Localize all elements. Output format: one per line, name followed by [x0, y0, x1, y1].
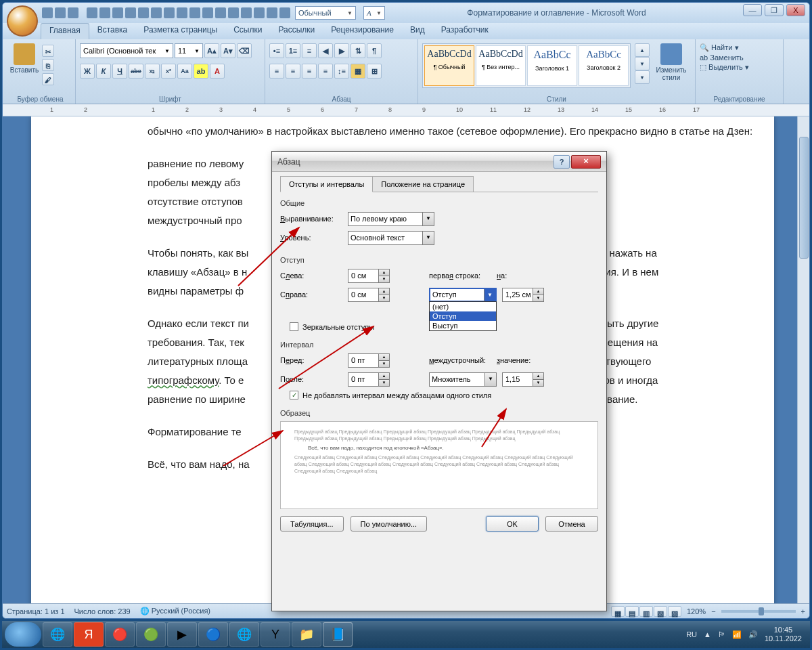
- status-lang[interactable]: 🌐 Русский (Россия): [140, 607, 210, 615]
- styles-more[interactable]: ▾: [635, 70, 650, 84]
- task-ybrowser-icon[interactable]: Y: [261, 622, 290, 647]
- tab-insert[interactable]: Вставка: [89, 23, 136, 39]
- zoom-slider[interactable]: [721, 610, 796, 613]
- task-explorer-icon[interactable]: 📁: [292, 622, 321, 647]
- tab-pagelayout[interactable]: Разметка страницы: [135, 23, 225, 39]
- qat-icon[interactable]: [189, 7, 200, 18]
- qat-icon[interactable]: [112, 7, 123, 18]
- noadd-checkbox[interactable]: ✓: [290, 391, 298, 399]
- level-combo[interactable]: Основной текст▼: [348, 231, 434, 245]
- task-media-icon[interactable]: ▶: [167, 622, 197, 647]
- view-draft-button[interactable]: ▨: [668, 606, 681, 617]
- fontcolor-button[interactable]: A: [210, 64, 225, 79]
- clear-format-button[interactable]: ⌫: [237, 43, 252, 58]
- indent-dec-button[interactable]: ◀: [318, 43, 333, 58]
- align-left-button[interactable]: ≡: [269, 64, 284, 79]
- font-size-combo[interactable]: 11▼: [175, 43, 203, 58]
- view-outline-button[interactable]: ▧: [654, 606, 667, 617]
- qat-icon[interactable]: [215, 7, 226, 18]
- style-heading2[interactable]: AaBbCcЗаголовок 2: [579, 45, 629, 86]
- copy-icon[interactable]: ⎘: [42, 59, 54, 71]
- firstline-combo[interactable]: Отступ▼: [429, 288, 497, 302]
- tabs-button[interactable]: Табуляция...: [280, 516, 344, 532]
- grow-font-button[interactable]: A▴: [204, 43, 219, 58]
- align-combo[interactable]: По левому краю▼: [348, 212, 434, 226]
- vertical-scrollbar[interactable]: [797, 116, 809, 603]
- ok-button[interactable]: OK: [486, 516, 539, 532]
- task-ie2-icon[interactable]: 🌐: [229, 622, 259, 647]
- qat-icon[interactable]: [241, 7, 252, 18]
- showmarks-button[interactable]: ¶: [367, 43, 382, 58]
- cut-icon[interactable]: ✂: [42, 45, 54, 57]
- opt-none[interactable]: (нет): [430, 302, 496, 311]
- bold-button[interactable]: Ж: [80, 64, 95, 79]
- tab-review[interactable]: Рецензирование: [323, 23, 402, 39]
- indent-right-spinner[interactable]: 0 см▲▼: [348, 288, 390, 302]
- minimize-button[interactable]: —: [743, 4, 762, 16]
- task-ie-icon[interactable]: 🌐: [43, 622, 72, 647]
- task-opera-icon[interactable]: 🔴: [105, 622, 135, 647]
- dialog-help-button[interactable]: ?: [554, 155, 570, 169]
- firstline-dropdown[interactable]: (нет) Отступ Выступ: [429, 301, 497, 331]
- scroll-thumb[interactable]: [799, 137, 809, 259]
- align-justify-button[interactable]: ≡: [318, 64, 333, 79]
- dialog-titlebar[interactable]: Абзац ? ×: [272, 152, 606, 172]
- tab-mailings[interactable]: Рассылки: [270, 23, 323, 39]
- strike-button[interactable]: abe: [129, 64, 143, 79]
- indent-inc-button[interactable]: ▶: [334, 43, 349, 58]
- qat-icon[interactable]: [279, 7, 290, 18]
- zoom-value[interactable]: 120%: [687, 607, 706, 615]
- office-button[interactable]: [7, 5, 38, 37]
- qat-icon[interactable]: [254, 7, 265, 18]
- indent-left-spinner[interactable]: 0 см▲▼: [348, 269, 390, 283]
- style-nospacing[interactable]: AaBbCcDd¶ Без интер...: [476, 45, 526, 86]
- multilevel-button[interactable]: ≡: [302, 43, 317, 58]
- task-word-icon[interactable]: 📘: [323, 622, 353, 647]
- opt-first[interactable]: Отступ: [430, 311, 496, 321]
- qat-icon[interactable]: [151, 7, 162, 18]
- qat-icon[interactable]: [99, 7, 110, 18]
- opt-hanging[interactable]: Выступ: [430, 321, 496, 330]
- align-right-button[interactable]: ≡: [302, 64, 317, 79]
- before-spinner[interactable]: 0 пт▲▼: [348, 353, 390, 368]
- styles-down[interactable]: ▼: [635, 57, 650, 70]
- tab-home[interactable]: Главная: [41, 23, 89, 39]
- qat-redo-icon[interactable]: [68, 7, 78, 18]
- task-app2-icon[interactable]: 🔵: [198, 622, 228, 647]
- styles-up[interactable]: ▲: [635, 43, 650, 57]
- tab-indents[interactable]: Отступы и интервалы: [280, 176, 373, 192]
- find-button[interactable]: 🔍 Найти ▾: [700, 43, 739, 52]
- shrink-font-button[interactable]: A▾: [221, 43, 235, 58]
- underline-button[interactable]: Ч: [112, 64, 127, 79]
- qat-icon[interactable]: [202, 7, 213, 18]
- maximize-button[interactable]: ❐: [765, 4, 784, 16]
- close-button[interactable]: X: [786, 4, 805, 16]
- changecase-button[interactable]: Aa: [177, 64, 192, 79]
- horizontal-ruler[interactable]: 12 12 34 56 78 910 1112 1314 1516 17: [3, 104, 809, 116]
- qat-icon[interactable]: [177, 7, 187, 18]
- tab-position[interactable]: Положение на странице: [372, 176, 474, 192]
- zoom-in[interactable]: +: [801, 607, 805, 615]
- cancel-button[interactable]: Отмена: [545, 516, 598, 532]
- tab-developer[interactable]: Разработчик: [433, 23, 497, 39]
- paste-button[interactable]: Вставить: [9, 43, 39, 74]
- tray-flag-icon[interactable]: 🏳: [718, 630, 725, 638]
- styles-gallery[interactable]: AaBbCcDd¶ Обычный AaBbCcDd¶ Без интер...…: [422, 43, 631, 88]
- subscript-button[interactable]: x₂: [145, 64, 160, 79]
- start-button[interactable]: [5, 622, 41, 647]
- format-painter-icon[interactable]: 🖌: [42, 73, 54, 85]
- font-name-combo[interactable]: Calibri (Основной тек▼: [80, 43, 173, 58]
- italic-button[interactable]: К: [96, 64, 111, 79]
- default-button[interactable]: По умолчанию...: [351, 516, 428, 532]
- superscript-button[interactable]: x²: [161, 64, 176, 79]
- qat-font-combo[interactable]: A▼: [363, 6, 385, 20]
- qat-icon[interactable]: [125, 7, 136, 18]
- qat-icon[interactable]: [164, 7, 175, 18]
- highlight-button[interactable]: ab: [194, 64, 208, 79]
- tray-lang[interactable]: RU: [686, 630, 697, 638]
- linespacing-value-spinner[interactable]: 1,15▲▼: [502, 372, 544, 387]
- replace-button[interactable]: ab Заменить: [700, 53, 744, 62]
- numbering-button[interactable]: 1≡: [286, 43, 300, 58]
- dialog-close-button[interactable]: ×: [571, 155, 601, 169]
- view-read-button[interactable]: ▤: [625, 606, 639, 617]
